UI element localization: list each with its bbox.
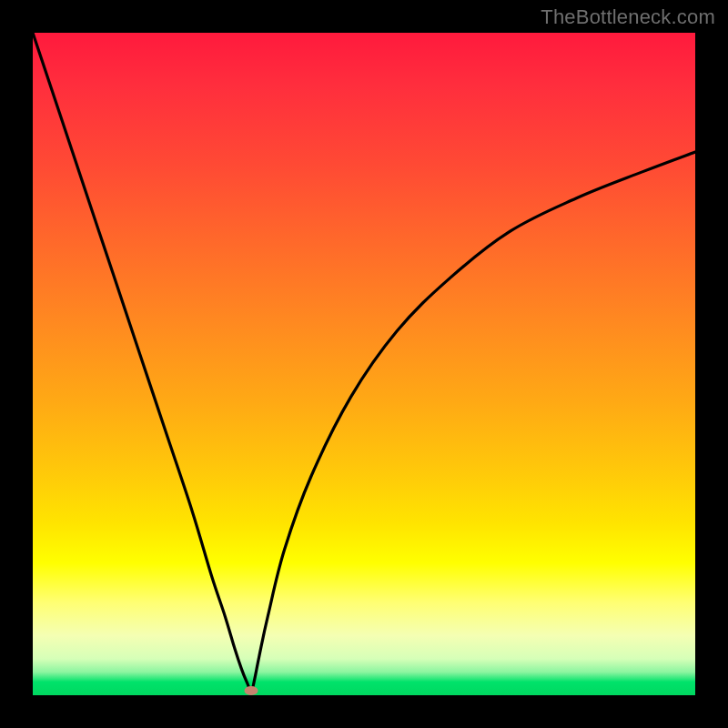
chart-frame: TheBottleneck.com [0, 0, 728, 728]
curve-path [33, 33, 695, 691]
watermark-text: TheBottleneck.com [541, 5, 715, 29]
plot-area [33, 33, 695, 695]
optimum-marker [245, 686, 258, 695]
bottleneck-curve [33, 33, 695, 695]
